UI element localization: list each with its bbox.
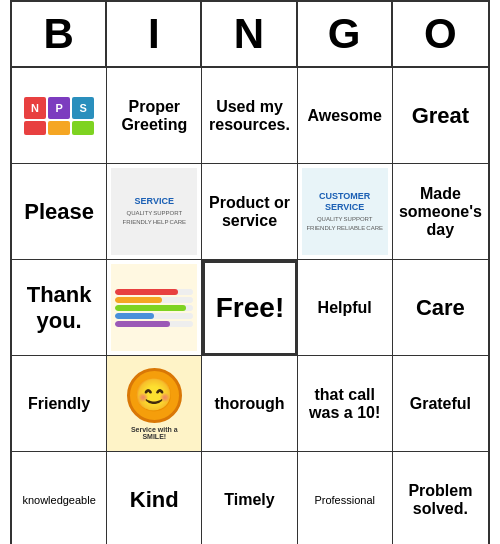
free-label: Free! <box>216 292 284 324</box>
bingo-cell: Used my resources. <box>202 68 297 164</box>
cell-text: Thank you. <box>16 282 102 334</box>
bingo-grid: N P S Proper GreetingUsed my resources.A… <box>12 68 488 544</box>
bingo-cell: CUSTOMERSERVICE QUALITY SUPPORT FRIENDLY… <box>298 164 393 260</box>
cell-text: Used my resources. <box>206 98 292 134</box>
progress-image <box>111 264 197 351</box>
bingo-cell: SERVICE QUALITY SUPPORT FRIENDLY HELP CA… <box>107 164 202 260</box>
nps-s: S <box>72 97 94 119</box>
cell-text: Proper Greeting <box>111 98 197 134</box>
cell-text: Product or service <box>206 194 292 230</box>
smile-label: Service with aSMILE! <box>131 426 178 440</box>
cell-text: Care <box>416 295 465 321</box>
bingo-header: BINGO <box>12 2 488 68</box>
cell-text: Great <box>412 103 469 129</box>
bingo-cell: Care <box>393 260 488 356</box>
nps-icon: N P S <box>16 72 102 159</box>
cell-text: Please <box>24 199 94 225</box>
cell-text: Friendly <box>28 395 90 413</box>
customer-service-image: CUSTOMERSERVICE QUALITY SUPPORT FRIENDLY… <box>302 168 388 255</box>
bingo-cell: Kind <box>107 452 202 544</box>
cell-text: that call was a 10! <box>302 386 388 422</box>
bingo-cell: knowledgeable <box>12 452 107 544</box>
nps-color-2 <box>48 121 70 135</box>
bingo-cell: Helpful <box>298 260 393 356</box>
nps-p: P <box>48 97 70 119</box>
nps-color-3 <box>72 121 94 135</box>
header-letter: B <box>12 2 107 66</box>
bingo-cell: Thank you. <box>12 260 107 356</box>
nps-color-1 <box>24 121 46 135</box>
cell-text: Grateful <box>410 395 471 413</box>
bingo-cell: Grateful <box>393 356 488 452</box>
bingo-card: BINGO N P S Proper GreetingUsed my resou… <box>10 0 490 544</box>
cell-text: Problem solved. <box>397 482 484 518</box>
bingo-cell: Awesome <box>298 68 393 164</box>
bingo-cell: Product or service <box>202 164 297 260</box>
bingo-cell: thorough <box>202 356 297 452</box>
header-letter: I <box>107 2 202 66</box>
cell-text: Awesome <box>307 107 381 125</box>
cell-text: Timely <box>224 491 274 509</box>
cell-text: Kind <box>130 487 179 513</box>
bingo-cell: Free! <box>202 260 297 356</box>
smile-container: 😊 Service with aSMILE! <box>127 368 182 440</box>
cell-text: Professional <box>314 494 375 506</box>
nps-n: N <box>24 97 46 119</box>
header-letter: N <box>202 2 297 66</box>
bingo-cell: that call was a 10! <box>298 356 393 452</box>
cell-text: knowledgeable <box>22 494 95 506</box>
bingo-cell: Friendly <box>12 356 107 452</box>
cell-text: Made someone's day <box>397 185 484 239</box>
header-letter: O <box>393 2 488 66</box>
bingo-cell: 😊 Service with aSMILE! <box>107 356 202 452</box>
smile-icon: 😊 <box>127 368 182 423</box>
bingo-cell: Professional <box>298 452 393 544</box>
bingo-cell: Timely <box>202 452 297 544</box>
cell-text: thorough <box>214 395 284 413</box>
bingo-cell: N P S <box>12 68 107 164</box>
cell-text: Helpful <box>318 299 372 317</box>
bingo-cell: Proper Greeting <box>107 68 202 164</box>
bingo-cell: Problem solved. <box>393 452 488 544</box>
header-letter: G <box>298 2 393 66</box>
bingo-cell: Made someone's day <box>393 164 488 260</box>
bingo-cell: Please <box>12 164 107 260</box>
service-image: SERVICE QUALITY SUPPORT FRIENDLY HELP CA… <box>111 168 197 255</box>
bingo-cell: Great <box>393 68 488 164</box>
bingo-cell <box>107 260 202 356</box>
